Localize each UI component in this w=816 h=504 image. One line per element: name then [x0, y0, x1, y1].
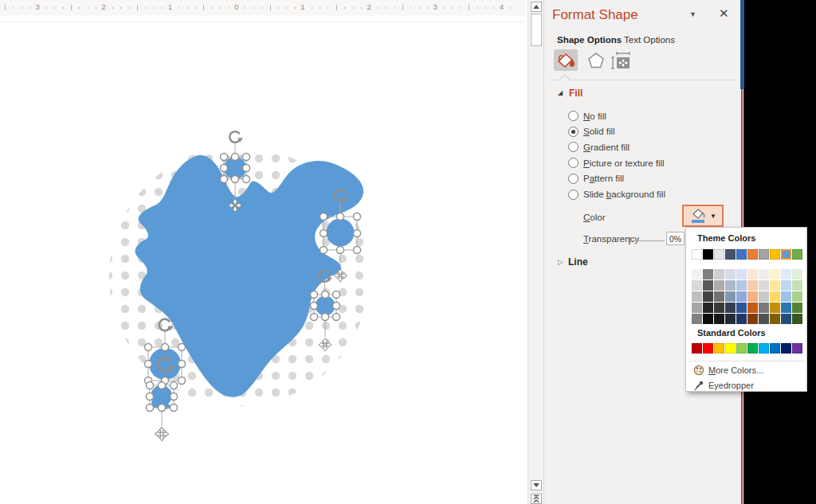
- slide-canvas[interactable]: [0, 16, 528, 504]
- theme-variant-swatch[interactable]: [792, 280, 802, 291]
- theme-variant-swatch[interactable]: [703, 291, 713, 302]
- transparency-slider-thumb[interactable]: [629, 237, 630, 244]
- radio-button[interactable]: [568, 142, 579, 152]
- theme-variant-swatch[interactable]: [747, 280, 758, 291]
- theme-variant-swatch[interactable]: [781, 291, 791, 302]
- fill-option-no-fill[interactable]: No fill: [568, 109, 606, 123]
- tab-text-options[interactable]: Text Options: [624, 35, 675, 45]
- standard-color-swatch[interactable]: [759, 343, 769, 354]
- theme-variant-swatch[interactable]: [725, 269, 736, 279]
- size-properties-tab-button[interactable]: [609, 49, 633, 71]
- theme-variant-swatch[interactable]: [714, 269, 724, 279]
- droplet-shape-d[interactable]: [149, 348, 181, 380]
- theme-variant-swatch[interactable]: [759, 269, 769, 279]
- theme-variant-swatch[interactable]: [714, 303, 724, 313]
- theme-variant-swatch[interactable]: [736, 303, 747, 313]
- standard-color-swatch[interactable]: [792, 343, 802, 354]
- theme-variant-swatch[interactable]: [692, 280, 702, 291]
- theme-variant-swatch[interactable]: [692, 291, 702, 302]
- theme-color-swatch-selected[interactable]: [781, 249, 791, 260]
- theme-variant-swatch[interactable]: [747, 269, 758, 279]
- theme-variant-swatch[interactable]: [703, 269, 713, 279]
- theme-variant-swatch[interactable]: [770, 314, 780, 324]
- pane-options-button[interactable]: ▼: [689, 10, 696, 18]
- theme-variant-swatch[interactable]: [792, 269, 802, 279]
- theme-variant-swatch[interactable]: [714, 280, 724, 291]
- transparency-slider-track[interactable]: [630, 240, 665, 241]
- theme-variant-swatch[interactable]: [703, 280, 713, 291]
- theme-variant-swatch[interactable]: [759, 280, 769, 291]
- rotate-handle-a[interactable]: [230, 131, 243, 143]
- theme-variant-swatch[interactable]: [770, 303, 780, 313]
- theme-variant-swatch[interactable]: [747, 314, 758, 324]
- standard-color-swatch[interactable]: [736, 343, 747, 354]
- theme-variant-swatch[interactable]: [736, 314, 747, 324]
- theme-variant-swatch[interactable]: [692, 303, 702, 313]
- fill-color-button[interactable]: ▼: [682, 205, 724, 227]
- radio-button[interactable]: [568, 111, 579, 121]
- theme-variant-swatch[interactable]: [725, 291, 736, 302]
- theme-variant-swatch[interactable]: [747, 303, 758, 313]
- theme-variant-swatch[interactable]: [781, 280, 791, 291]
- pane-close-button[interactable]: ✕: [719, 6, 729, 21]
- theme-color-swatch[interactable]: [747, 249, 758, 260]
- theme-color-swatch[interactable]: [736, 249, 747, 260]
- move-cursor-e[interactable]: [155, 427, 168, 440]
- fill-and-color-tab-button[interactable]: [554, 49, 578, 71]
- standard-color-swatch[interactable]: [747, 343, 758, 354]
- standard-color-swatch[interactable]: [725, 343, 736, 354]
- theme-variant-swatch[interactable]: [725, 280, 736, 291]
- theme-color-swatch[interactable]: [703, 249, 713, 260]
- theme-variant-swatch[interactable]: [692, 269, 702, 279]
- theme-variant-swatch[interactable]: [759, 314, 769, 324]
- theme-color-swatch[interactable]: [725, 249, 736, 260]
- scrollbar-thumb[interactable]: [531, 14, 542, 46]
- theme-variant-swatch[interactable]: [770, 291, 780, 302]
- theme-variant-swatch[interactable]: [770, 269, 780, 279]
- eyedropper-item[interactable]: Eyedropper: [686, 378, 807, 393]
- droplet-shape-b[interactable]: [327, 219, 355, 247]
- fill-option-solid-fill[interactable]: Solid fill: [568, 125, 615, 139]
- theme-variant-swatch[interactable]: [736, 269, 747, 279]
- fill-section-header[interactable]: Fill: [569, 88, 583, 99]
- transparency-value-field[interactable]: 0%: [666, 232, 685, 245]
- fill-section-expand-icon[interactable]: ◢: [558, 89, 563, 96]
- standard-color-swatch[interactable]: [781, 343, 791, 354]
- scroll-up-button[interactable]: [531, 2, 542, 12]
- theme-variant-swatch[interactable]: [781, 269, 791, 279]
- theme-variant-swatch[interactable]: [792, 314, 802, 324]
- theme-variant-swatch[interactable]: [703, 303, 713, 313]
- theme-variant-swatch[interactable]: [792, 291, 802, 302]
- more-colors-item[interactable]: More Colors...: [686, 363, 807, 377]
- theme-variant-swatch[interactable]: [781, 314, 791, 324]
- theme-variant-swatch[interactable]: [725, 314, 736, 324]
- theme-variant-swatch[interactable]: [736, 291, 747, 302]
- theme-variant-swatch[interactable]: [703, 314, 713, 324]
- theme-variant-swatch[interactable]: [714, 291, 724, 302]
- theme-variant-swatch[interactable]: [759, 303, 769, 313]
- radio-button[interactable]: [568, 158, 579, 168]
- vertical-scrollbar[interactable]: [528, 0, 543, 504]
- standard-color-swatch[interactable]: [714, 343, 724, 354]
- scroll-down-button[interactable]: [531, 480, 542, 490]
- standard-color-swatch[interactable]: [692, 343, 702, 354]
- theme-color-swatch[interactable]: [692, 249, 702, 260]
- effects-tab-button[interactable]: [585, 49, 607, 71]
- fill-option-picture-or-texture-fill[interactable]: Picture or texture fill: [568, 156, 665, 170]
- tab-shape-options[interactable]: Shape Options: [557, 35, 622, 45]
- radio-button[interactable]: [568, 127, 579, 137]
- radio-button[interactable]: [568, 189, 579, 200]
- droplet-shape-c[interactable]: [316, 296, 335, 316]
- theme-variant-swatch[interactable]: [781, 303, 791, 313]
- fill-option-gradient-fill[interactable]: Gradient fill: [568, 140, 630, 154]
- theme-variant-swatch[interactable]: [736, 280, 747, 291]
- line-section-header[interactable]: Line: [568, 256, 588, 268]
- radio-button[interactable]: [568, 174, 579, 184]
- theme-variant-swatch[interactable]: [714, 314, 724, 324]
- standard-color-swatch[interactable]: [770, 343, 780, 354]
- theme-variant-swatch[interactable]: [692, 314, 702, 324]
- theme-variant-swatch[interactable]: [792, 303, 802, 313]
- theme-color-swatch[interactable]: [714, 249, 724, 260]
- previous-slide-button[interactable]: [531, 494, 542, 504]
- theme-variant-swatch[interactable]: [770, 280, 780, 291]
